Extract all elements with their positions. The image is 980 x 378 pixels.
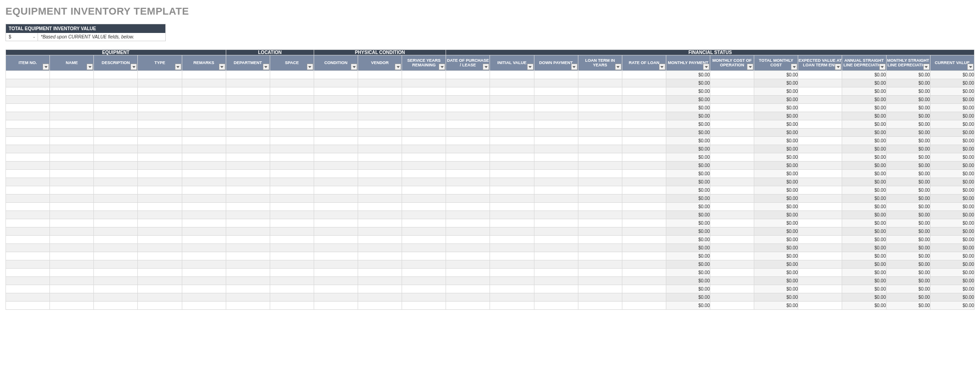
input-cell[interactable] (358, 96, 402, 104)
input-cell[interactable] (490, 145, 534, 153)
input-cell[interactable] (358, 145, 402, 153)
input-cell[interactable] (578, 162, 622, 170)
input-cell[interactable] (50, 79, 94, 87)
input-cell[interactable] (446, 129, 490, 137)
input-cell[interactable] (490, 293, 534, 302)
input-cell[interactable] (50, 112, 94, 120)
input-cell[interactable] (622, 153, 666, 162)
input-cell[interactable] (314, 277, 358, 285)
input-cell[interactable] (490, 112, 534, 120)
input-cell[interactable] (94, 211, 138, 219)
input-cell[interactable] (490, 277, 534, 285)
input-cell[interactable] (270, 153, 314, 162)
input-cell[interactable] (358, 302, 402, 310)
input-cell[interactable] (710, 87, 754, 96)
input-cell[interactable] (798, 302, 842, 310)
input-cell[interactable] (578, 269, 622, 277)
input-cell[interactable] (578, 244, 622, 252)
input-cell[interactable] (50, 211, 94, 219)
input-cell[interactable] (490, 203, 534, 211)
input-cell[interactable] (314, 96, 358, 104)
input-cell[interactable] (94, 137, 138, 145)
input-cell[interactable] (270, 236, 314, 244)
input-cell[interactable] (94, 178, 138, 186)
input-cell[interactable] (710, 145, 754, 153)
input-cell[interactable] (446, 145, 490, 153)
input-cell[interactable] (534, 302, 578, 310)
input-cell[interactable] (226, 293, 270, 302)
input-cell[interactable] (6, 219, 50, 227)
input-cell[interactable] (358, 153, 402, 162)
input-cell[interactable] (94, 293, 138, 302)
input-cell[interactable] (446, 112, 490, 120)
input-cell[interactable] (314, 71, 358, 79)
input-cell[interactable] (446, 285, 490, 293)
input-cell[interactable] (402, 145, 446, 153)
input-cell[interactable] (446, 252, 490, 260)
input-cell[interactable] (578, 227, 622, 236)
input-cell[interactable] (6, 129, 50, 137)
filter-dropdown-icon[interactable] (835, 64, 841, 70)
input-cell[interactable] (6, 162, 50, 170)
input-cell[interactable] (50, 162, 94, 170)
input-cell[interactable] (710, 227, 754, 236)
input-cell[interactable] (710, 112, 754, 120)
input-cell[interactable] (578, 153, 622, 162)
input-cell[interactable] (710, 269, 754, 277)
input-cell[interactable] (6, 170, 50, 178)
input-cell[interactable] (226, 302, 270, 310)
input-cell[interactable] (138, 112, 182, 120)
input-cell[interactable] (402, 236, 446, 244)
input-cell[interactable] (226, 71, 270, 79)
filter-dropdown-icon[interactable] (703, 64, 709, 70)
input-cell[interactable] (490, 104, 534, 112)
input-cell[interactable] (578, 137, 622, 145)
input-cell[interactable] (358, 293, 402, 302)
input-cell[interactable] (710, 129, 754, 137)
input-cell[interactable] (490, 96, 534, 104)
input-cell[interactable] (314, 244, 358, 252)
input-cell[interactable] (798, 186, 842, 194)
input-cell[interactable] (578, 293, 622, 302)
input-cell[interactable] (50, 153, 94, 162)
input-cell[interactable] (50, 219, 94, 227)
input-cell[interactable] (534, 96, 578, 104)
input-cell[interactable] (358, 252, 402, 260)
input-cell[interactable] (710, 178, 754, 186)
input-cell[interactable] (182, 194, 226, 203)
input-cell[interactable] (226, 153, 270, 162)
input-cell[interactable] (446, 269, 490, 277)
input-cell[interactable] (622, 104, 666, 112)
input-cell[interactable] (50, 227, 94, 236)
input-cell[interactable] (182, 145, 226, 153)
input-cell[interactable] (402, 104, 446, 112)
input-cell[interactable] (314, 79, 358, 87)
input-cell[interactable] (402, 96, 446, 104)
input-cell[interactable] (446, 137, 490, 145)
input-cell[interactable] (446, 79, 490, 87)
input-cell[interactable] (94, 302, 138, 310)
input-cell[interactable] (490, 170, 534, 178)
input-cell[interactable] (6, 211, 50, 219)
input-cell[interactable] (358, 186, 402, 194)
input-cell[interactable] (490, 87, 534, 96)
filter-dropdown-icon[interactable] (439, 64, 445, 70)
input-cell[interactable] (182, 186, 226, 194)
input-cell[interactable] (798, 87, 842, 96)
input-cell[interactable] (358, 211, 402, 219)
input-cell[interactable] (490, 129, 534, 137)
input-cell[interactable] (490, 236, 534, 244)
input-cell[interactable] (798, 162, 842, 170)
input-cell[interactable] (490, 153, 534, 162)
input-cell[interactable] (6, 104, 50, 112)
input-cell[interactable] (270, 129, 314, 137)
input-cell[interactable] (534, 178, 578, 186)
input-cell[interactable] (798, 137, 842, 145)
input-cell[interactable] (358, 162, 402, 170)
input-cell[interactable] (314, 129, 358, 137)
input-cell[interactable] (622, 170, 666, 178)
input-cell[interactable] (50, 104, 94, 112)
input-cell[interactable] (314, 260, 358, 269)
input-cell[interactable] (270, 178, 314, 186)
input-cell[interactable] (138, 293, 182, 302)
